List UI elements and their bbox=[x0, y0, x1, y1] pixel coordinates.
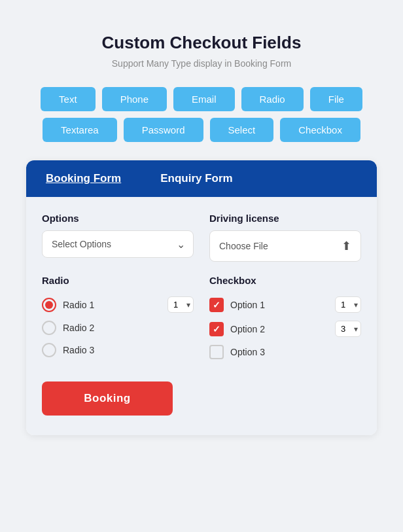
radio-quantity-select[interactable]: 123 bbox=[168, 297, 193, 312]
page-subtitle: Support Many Type display in Booking For… bbox=[26, 58, 377, 69]
radio-2-label: Radio 2 bbox=[63, 323, 194, 333]
radio-3-circle[interactable] bbox=[42, 343, 56, 357]
radio-item-3[interactable]: Radio 3 bbox=[42, 339, 194, 361]
checkbox-item-1[interactable]: ✓ Option 1 123 ▾ bbox=[209, 293, 361, 317]
form-tabs: Booking FormEnquiry Form bbox=[26, 160, 377, 197]
page-container: Custom Checkout Fields Support Many Type… bbox=[13, 13, 390, 455]
form-grid: Options Select Options ⌄ Driving license… bbox=[42, 213, 361, 416]
upload-icon: ⬆ bbox=[342, 239, 351, 253]
options-select[interactable]: Select Options bbox=[43, 231, 193, 257]
checkbox-2-quantity-select[interactable]: 123 bbox=[336, 321, 360, 336]
checkbox-label: Checkbox bbox=[209, 275, 361, 286]
btn-phone[interactable]: Phone bbox=[102, 87, 167, 111]
tab-booking-form[interactable]: Booking Form bbox=[26, 160, 141, 197]
booking-btn-row: Booking bbox=[42, 381, 361, 416]
page-title: Custom Checkout Fields bbox=[26, 33, 377, 53]
checkbox-2-label: Option 2 bbox=[230, 324, 328, 334]
type-buttons-row: TextPhoneEmailRadioFileTextareaPasswordS… bbox=[26, 87, 377, 142]
radio-1-label: Radio 1 bbox=[63, 300, 161, 310]
btn-password[interactable]: Password bbox=[124, 118, 203, 142]
checkbox-section: Checkbox ✓ Option 1 123 ▾ ✓ Optio bbox=[209, 275, 361, 363]
radio-3-label: Radio 3 bbox=[63, 345, 194, 355]
form-body: Options Select Options ⌄ Driving license… bbox=[26, 197, 377, 435]
radio-item-2[interactable]: Radio 2 bbox=[42, 317, 194, 339]
btn-checkbox[interactable]: Checkbox bbox=[280, 118, 360, 142]
radio-1-circle[interactable] bbox=[42, 298, 56, 312]
radio-label: Radio bbox=[42, 275, 194, 286]
radio-section: Radio Radio 1 123 ▾ Radio 2 bbox=[42, 275, 194, 363]
btn-file[interactable]: File bbox=[310, 87, 362, 111]
checkbox-2-quantity-wrapper[interactable]: 123 ▾ bbox=[335, 321, 361, 337]
checkbox-3-box[interactable] bbox=[209, 345, 224, 359]
radio-quantity-wrapper[interactable]: 123 ▾ bbox=[167, 296, 194, 313]
btn-select[interactable]: Select bbox=[210, 118, 274, 142]
btn-textarea[interactable]: Textarea bbox=[43, 118, 117, 142]
options-label: Options bbox=[42, 213, 194, 224]
form-card: Booking FormEnquiry Form Options Select … bbox=[26, 160, 377, 435]
checkbox-2-box[interactable]: ✓ bbox=[209, 322, 224, 336]
radio-item-1[interactable]: Radio 1 123 ▾ bbox=[42, 293, 194, 317]
checkbox-1-quantity-select[interactable]: 123 bbox=[336, 297, 360, 312]
options-group: Options Select Options ⌄ bbox=[42, 213, 194, 262]
driving-license-group: Driving license Choose File ⬆ bbox=[209, 213, 361, 262]
file-input-wrapper[interactable]: Choose File ⬆ bbox=[209, 230, 361, 262]
checkbox-1-label: Option 1 bbox=[230, 300, 328, 310]
btn-email[interactable]: Email bbox=[173, 87, 235, 111]
checkbox-1-quantity-wrapper[interactable]: 123 ▾ bbox=[335, 296, 361, 313]
tab-enquiry-form[interactable]: Enquiry Form bbox=[141, 160, 253, 197]
choose-file-text: Choose File bbox=[219, 241, 268, 251]
radio-2-circle[interactable] bbox=[42, 321, 56, 335]
btn-radio[interactable]: Radio bbox=[241, 87, 304, 111]
driving-label: Driving license bbox=[209, 213, 361, 224]
checkbox-3-label: Option 3 bbox=[230, 347, 361, 357]
checkbox-item-3[interactable]: Option 3 bbox=[209, 341, 361, 363]
options-select-wrapper[interactable]: Select Options ⌄ bbox=[42, 230, 194, 258]
checkbox-1-box[interactable]: ✓ bbox=[209, 298, 224, 312]
booking-button[interactable]: Booking bbox=[42, 381, 173, 416]
checkbox-item-2[interactable]: ✓ Option 2 123 ▾ bbox=[209, 317, 361, 341]
btn-text[interactable]: Text bbox=[41, 87, 96, 111]
